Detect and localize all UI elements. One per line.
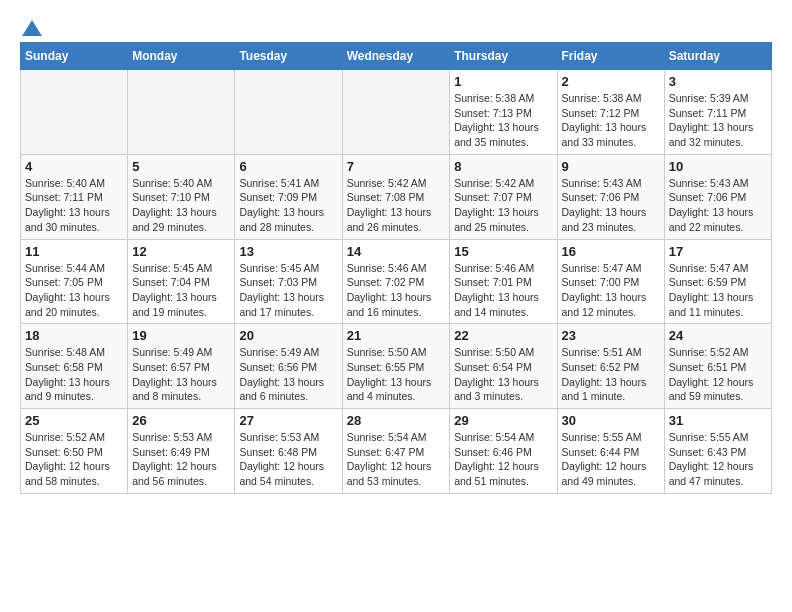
day-info: Sunrise: 5:49 AM Sunset: 6:56 PM Dayligh… xyxy=(239,345,337,404)
day-number: 19 xyxy=(132,328,230,343)
day-number: 24 xyxy=(669,328,767,343)
calendar-cell: 7Sunrise: 5:42 AM Sunset: 7:08 PM Daylig… xyxy=(342,154,450,239)
day-info: Sunrise: 5:50 AM Sunset: 6:54 PM Dayligh… xyxy=(454,345,552,404)
day-number: 4 xyxy=(25,159,123,174)
day-info: Sunrise: 5:42 AM Sunset: 7:07 PM Dayligh… xyxy=(454,176,552,235)
day-number: 28 xyxy=(347,413,446,428)
day-info: Sunrise: 5:55 AM Sunset: 6:44 PM Dayligh… xyxy=(562,430,660,489)
calendar-cell xyxy=(235,70,342,155)
calendar-header-row: SundayMondayTuesdayWednesdayThursdayFrid… xyxy=(21,43,772,70)
day-number: 29 xyxy=(454,413,552,428)
day-info: Sunrise: 5:51 AM Sunset: 6:52 PM Dayligh… xyxy=(562,345,660,404)
calendar-cell: 9Sunrise: 5:43 AM Sunset: 7:06 PM Daylig… xyxy=(557,154,664,239)
calendar-cell: 24Sunrise: 5:52 AM Sunset: 6:51 PM Dayli… xyxy=(664,324,771,409)
day-number: 15 xyxy=(454,244,552,259)
day-info: Sunrise: 5:54 AM Sunset: 6:47 PM Dayligh… xyxy=(347,430,446,489)
day-header-sunday: Sunday xyxy=(21,43,128,70)
day-info: Sunrise: 5:48 AM Sunset: 6:58 PM Dayligh… xyxy=(25,345,123,404)
svg-marker-0 xyxy=(22,20,42,36)
day-info: Sunrise: 5:38 AM Sunset: 7:12 PM Dayligh… xyxy=(562,91,660,150)
day-number: 30 xyxy=(562,413,660,428)
calendar-cell: 23Sunrise: 5:51 AM Sunset: 6:52 PM Dayli… xyxy=(557,324,664,409)
day-number: 31 xyxy=(669,413,767,428)
day-header-thursday: Thursday xyxy=(450,43,557,70)
day-info: Sunrise: 5:40 AM Sunset: 7:11 PM Dayligh… xyxy=(25,176,123,235)
logo-icon xyxy=(22,20,42,36)
calendar-cell: 14Sunrise: 5:46 AM Sunset: 7:02 PM Dayli… xyxy=(342,239,450,324)
day-info: Sunrise: 5:39 AM Sunset: 7:11 PM Dayligh… xyxy=(669,91,767,150)
day-info: Sunrise: 5:42 AM Sunset: 7:08 PM Dayligh… xyxy=(347,176,446,235)
day-number: 12 xyxy=(132,244,230,259)
calendar-cell: 12Sunrise: 5:45 AM Sunset: 7:04 PM Dayli… xyxy=(128,239,235,324)
calendar-table: SundayMondayTuesdayWednesdayThursdayFrid… xyxy=(20,42,772,494)
day-header-friday: Friday xyxy=(557,43,664,70)
day-info: Sunrise: 5:50 AM Sunset: 6:55 PM Dayligh… xyxy=(347,345,446,404)
day-info: Sunrise: 5:38 AM Sunset: 7:13 PM Dayligh… xyxy=(454,91,552,150)
day-number: 25 xyxy=(25,413,123,428)
day-number: 2 xyxy=(562,74,660,89)
calendar-week-4: 18Sunrise: 5:48 AM Sunset: 6:58 PM Dayli… xyxy=(21,324,772,409)
calendar-cell: 27Sunrise: 5:53 AM Sunset: 6:48 PM Dayli… xyxy=(235,409,342,494)
calendar-cell: 2Sunrise: 5:38 AM Sunset: 7:12 PM Daylig… xyxy=(557,70,664,155)
calendar-week-3: 11Sunrise: 5:44 AM Sunset: 7:05 PM Dayli… xyxy=(21,239,772,324)
calendar-cell: 8Sunrise: 5:42 AM Sunset: 7:07 PM Daylig… xyxy=(450,154,557,239)
day-info: Sunrise: 5:45 AM Sunset: 7:04 PM Dayligh… xyxy=(132,261,230,320)
day-info: Sunrise: 5:45 AM Sunset: 7:03 PM Dayligh… xyxy=(239,261,337,320)
day-number: 9 xyxy=(562,159,660,174)
day-number: 1 xyxy=(454,74,552,89)
calendar-cell: 1Sunrise: 5:38 AM Sunset: 7:13 PM Daylig… xyxy=(450,70,557,155)
day-info: Sunrise: 5:55 AM Sunset: 6:43 PM Dayligh… xyxy=(669,430,767,489)
day-number: 18 xyxy=(25,328,123,343)
day-info: Sunrise: 5:53 AM Sunset: 6:48 PM Dayligh… xyxy=(239,430,337,489)
calendar-cell: 10Sunrise: 5:43 AM Sunset: 7:06 PM Dayli… xyxy=(664,154,771,239)
calendar-cell: 21Sunrise: 5:50 AM Sunset: 6:55 PM Dayli… xyxy=(342,324,450,409)
calendar-cell xyxy=(342,70,450,155)
calendar-cell: 28Sunrise: 5:54 AM Sunset: 6:47 PM Dayli… xyxy=(342,409,450,494)
day-number: 23 xyxy=(562,328,660,343)
day-number: 6 xyxy=(239,159,337,174)
page-header xyxy=(20,20,772,32)
calendar-cell: 4Sunrise: 5:40 AM Sunset: 7:11 PM Daylig… xyxy=(21,154,128,239)
calendar-cell: 29Sunrise: 5:54 AM Sunset: 6:46 PM Dayli… xyxy=(450,409,557,494)
day-header-tuesday: Tuesday xyxy=(235,43,342,70)
day-number: 21 xyxy=(347,328,446,343)
calendar-cell: 5Sunrise: 5:40 AM Sunset: 7:10 PM Daylig… xyxy=(128,154,235,239)
day-info: Sunrise: 5:46 AM Sunset: 7:01 PM Dayligh… xyxy=(454,261,552,320)
day-number: 11 xyxy=(25,244,123,259)
calendar-cell: 13Sunrise: 5:45 AM Sunset: 7:03 PM Dayli… xyxy=(235,239,342,324)
day-info: Sunrise: 5:44 AM Sunset: 7:05 PM Dayligh… xyxy=(25,261,123,320)
day-info: Sunrise: 5:47 AM Sunset: 6:59 PM Dayligh… xyxy=(669,261,767,320)
calendar-cell: 25Sunrise: 5:52 AM Sunset: 6:50 PM Dayli… xyxy=(21,409,128,494)
day-header-saturday: Saturday xyxy=(664,43,771,70)
calendar-cell: 19Sunrise: 5:49 AM Sunset: 6:57 PM Dayli… xyxy=(128,324,235,409)
day-info: Sunrise: 5:43 AM Sunset: 7:06 PM Dayligh… xyxy=(669,176,767,235)
day-number: 3 xyxy=(669,74,767,89)
calendar-cell: 15Sunrise: 5:46 AM Sunset: 7:01 PM Dayli… xyxy=(450,239,557,324)
calendar-cell: 3Sunrise: 5:39 AM Sunset: 7:11 PM Daylig… xyxy=(664,70,771,155)
calendar-cell: 17Sunrise: 5:47 AM Sunset: 6:59 PM Dayli… xyxy=(664,239,771,324)
calendar-cell: 16Sunrise: 5:47 AM Sunset: 7:00 PM Dayli… xyxy=(557,239,664,324)
day-number: 22 xyxy=(454,328,552,343)
logo xyxy=(20,20,42,32)
day-info: Sunrise: 5:54 AM Sunset: 6:46 PM Dayligh… xyxy=(454,430,552,489)
day-info: Sunrise: 5:52 AM Sunset: 6:51 PM Dayligh… xyxy=(669,345,767,404)
calendar-cell: 20Sunrise: 5:49 AM Sunset: 6:56 PM Dayli… xyxy=(235,324,342,409)
day-info: Sunrise: 5:52 AM Sunset: 6:50 PM Dayligh… xyxy=(25,430,123,489)
calendar-week-2: 4Sunrise: 5:40 AM Sunset: 7:11 PM Daylig… xyxy=(21,154,772,239)
calendar-cell: 30Sunrise: 5:55 AM Sunset: 6:44 PM Dayli… xyxy=(557,409,664,494)
day-number: 8 xyxy=(454,159,552,174)
day-info: Sunrise: 5:46 AM Sunset: 7:02 PM Dayligh… xyxy=(347,261,446,320)
day-info: Sunrise: 5:41 AM Sunset: 7:09 PM Dayligh… xyxy=(239,176,337,235)
day-number: 17 xyxy=(669,244,767,259)
day-number: 14 xyxy=(347,244,446,259)
day-number: 27 xyxy=(239,413,337,428)
calendar-cell: 26Sunrise: 5:53 AM Sunset: 6:49 PM Dayli… xyxy=(128,409,235,494)
calendar-cell xyxy=(21,70,128,155)
day-number: 7 xyxy=(347,159,446,174)
calendar-cell: 31Sunrise: 5:55 AM Sunset: 6:43 PM Dayli… xyxy=(664,409,771,494)
calendar-cell: 22Sunrise: 5:50 AM Sunset: 6:54 PM Dayli… xyxy=(450,324,557,409)
day-info: Sunrise: 5:40 AM Sunset: 7:10 PM Dayligh… xyxy=(132,176,230,235)
day-info: Sunrise: 5:49 AM Sunset: 6:57 PM Dayligh… xyxy=(132,345,230,404)
calendar-week-1: 1Sunrise: 5:38 AM Sunset: 7:13 PM Daylig… xyxy=(21,70,772,155)
day-header-wednesday: Wednesday xyxy=(342,43,450,70)
